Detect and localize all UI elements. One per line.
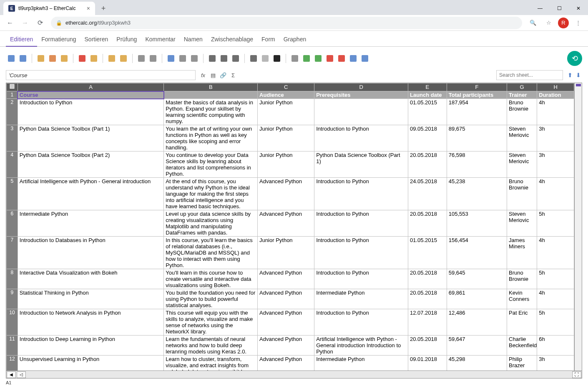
cell[interactable]: 45,238 <box>447 178 507 210</box>
cell[interactable]: Introduction to Python <box>314 237 408 269</box>
redo-icon[interactable] <box>18 53 28 64</box>
cell[interactable]: Audience <box>258 91 314 99</box>
close-window-button[interactable]: ✕ <box>569 2 588 15</box>
cell[interactable]: Intermediate Python <box>18 210 164 237</box>
cell[interactable]: 5h <box>537 269 574 289</box>
cell[interactable]: Advanced Python <box>258 178 314 210</box>
cell[interactable]: Statistical Thinking in Python <box>18 289 164 309</box>
cell[interactable]: Kevin Conners <box>507 289 537 309</box>
profile-avatar[interactable]: R <box>558 18 569 28</box>
row-header[interactable]: 7 <box>7 237 18 269</box>
cell[interactable] <box>164 91 258 99</box>
cell[interactable]: Python Data Science Toolbox (Part 1) <box>314 151 408 178</box>
cell[interactable]: 20.05.2018 <box>408 269 447 289</box>
cell[interactable]: Learn how to cluster, transform, visuali… <box>164 356 258 371</box>
row-header[interactable]: 6 <box>7 210 18 237</box>
cell[interactable]: 76,598 <box>447 151 507 178</box>
cell[interactable]: Artificial Intelligence with Python - Ge… <box>314 336 408 356</box>
menu-item-editieren[interactable]: Editieren <box>6 33 37 47</box>
search-down-icon[interactable]: ⬇ <box>575 71 582 79</box>
cell[interactable]: You'll learn in this course how to creat… <box>164 269 258 289</box>
cell[interactable]: Total participants <box>447 91 507 99</box>
cell[interactable]: 01.05.2015 <box>408 237 447 269</box>
horizontal-scrollbar[interactable]: ◀ ◁ ⛶ <box>6 371 582 378</box>
cell[interactable]: Python Data Science Toolbox (Part 1) <box>18 125 164 151</box>
cell[interactable]: 45,298 <box>447 356 507 371</box>
cell[interactable]: 4h <box>537 289 574 309</box>
cell[interactable]: You build the foundation you need for us… <box>164 289 258 309</box>
cell[interactable]: 09.05.2018 <box>408 125 447 151</box>
cell[interactable] <box>314 99 408 125</box>
cell[interactable]: At the end of this course, you understan… <box>164 178 258 210</box>
cell[interactable]: 09.01.2018 <box>408 356 447 371</box>
cell[interactable]: Bruno Brownie <box>507 178 537 210</box>
list-icon[interactable]: ▤ <box>209 71 217 79</box>
cell[interactable]: Steven Meriovic <box>507 125 537 151</box>
row-header[interactable]: 3 <box>7 125 18 151</box>
vertical-scrollbar[interactable] <box>574 83 582 371</box>
menu-item-prüfung[interactable]: Prüfung <box>112 33 141 46</box>
cell[interactable]: Advanced Python <box>258 269 314 289</box>
cell[interactable]: Artificial Intelligence with Python - Ge… <box>18 178 164 210</box>
delete-col-icon[interactable] <box>336 53 347 64</box>
col-header[interactable]: G <box>507 83 537 91</box>
expand-icon[interactable]: ⛶ <box>572 371 581 378</box>
cell[interactable]: Advanced Python <box>258 289 314 309</box>
cell[interactable]: Duration <box>537 91 574 99</box>
cell[interactable]: 3h <box>537 125 574 151</box>
browser-tab[interactable]: E tl9urp3pkwh3 – EtherCalc × <box>3 2 95 15</box>
cell[interactable]: 12,486 <box>447 309 507 336</box>
link-icon[interactable]: 🔗 <box>219 71 227 79</box>
sheet-nav-prev-icon[interactable]: ◁ <box>17 371 26 378</box>
table-icon[interactable] <box>289 53 300 64</box>
cell[interactable]: Introduction to Network Analysis in Pyth… <box>18 309 164 336</box>
row-header[interactable]: 1 <box>7 91 18 99</box>
cell[interactable]: 20.05.2018 <box>408 210 447 237</box>
cell[interactable]: Level up your data science skills by cre… <box>164 210 258 237</box>
cell[interactable]: Introduction to Databases in Python <box>18 237 164 269</box>
sheet-scroll[interactable]: A B C D E F G H 1CourseAudiencePrerequis… <box>6 83 574 371</box>
undo-icon[interactable] <box>6 53 17 64</box>
forward-button[interactable]: → <box>18 16 32 30</box>
cell[interactable]: Charlie Beckenfield <box>507 336 537 356</box>
cell[interactable]: 6h <box>537 336 574 356</box>
sum-icon[interactable]: Σ <box>229 71 237 79</box>
cell[interactable]: Advanced Python <box>258 336 314 356</box>
align-right-icon[interactable] <box>230 53 241 64</box>
copy-icon[interactable] <box>35 53 46 64</box>
move-icon[interactable] <box>348 53 359 64</box>
cell[interactable]: Philip Brazer <box>507 356 537 371</box>
clear-icon[interactable] <box>260 53 271 64</box>
cell[interactable]: 12.07.2018 <box>408 309 447 336</box>
row-header[interactable]: 8 <box>7 269 18 289</box>
paint-icon[interactable] <box>118 53 129 64</box>
col-header[interactable]: E <box>408 83 447 91</box>
cell[interactable]: Prerequisites <box>314 91 408 99</box>
cell[interactable]: 3h <box>537 356 574 371</box>
cell[interactable]: Advanced Python <box>258 210 314 237</box>
formula-input[interactable] <box>6 70 196 80</box>
cell[interactable]: 105,553 <box>447 210 507 237</box>
refresh-button[interactable]: ⟲ <box>567 51 582 66</box>
select-all-corner[interactable] <box>7 83 18 91</box>
row-header[interactable]: 11 <box>7 336 18 356</box>
back-button[interactable]: ← <box>3 16 17 30</box>
cut-icon[interactable] <box>47 53 58 64</box>
cell[interactable]: Introduction to Python <box>314 178 408 210</box>
cell[interactable]: 187,954 <box>447 99 507 125</box>
grid-icon[interactable] <box>248 53 259 64</box>
wand-icon[interactable] <box>88 53 99 64</box>
cell[interactable]: 20.05.2018 <box>408 151 447 178</box>
border-all-icon[interactable] <box>166 53 176 64</box>
cell[interactable]: Interactive Data Visualization with Boke… <box>18 269 164 289</box>
cell[interactable]: 5h <box>537 309 574 336</box>
insert-col-icon[interactable] <box>313 53 324 64</box>
cell[interactable]: Steven Meriovic <box>507 210 537 237</box>
row-header[interactable]: 9 <box>7 289 18 309</box>
new-tab-button[interactable]: + <box>98 3 109 14</box>
menu-item-form[interactable]: Form <box>257 33 279 46</box>
delete-row-icon[interactable] <box>324 53 335 64</box>
search-up-icon[interactable]: ⬆ <box>566 71 574 79</box>
cell[interactable]: 20.05.2018 <box>408 336 447 356</box>
col-header[interactable]: H <box>537 83 574 91</box>
